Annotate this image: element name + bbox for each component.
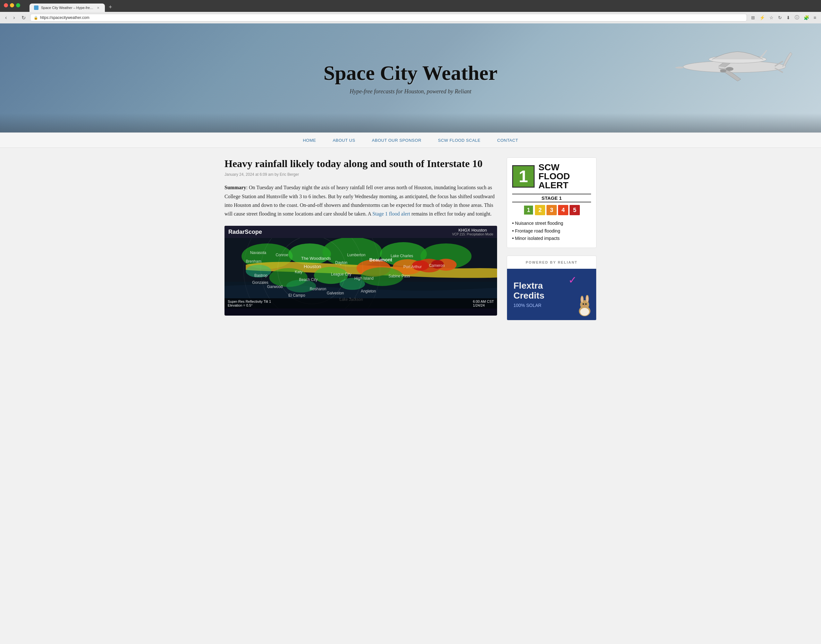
- new-tab-button[interactable]: +: [106, 3, 115, 12]
- tab-favicon-icon: [34, 5, 38, 10]
- airplane-illustration: [674, 43, 795, 81]
- address-bar[interactable]: 🔒 https://spacecityweather.com: [30, 14, 747, 21]
- browser-chrome: Space City Weather – Hype-fre… ✕ +: [0, 0, 821, 12]
- flood-stage-5-box: 5: [570, 205, 580, 215]
- info-icon[interactable]: ⓘ: [793, 14, 801, 21]
- toolbar-actions: ⊞ ⚡ ☆ ↻ ⬇ ⓘ 🧩 ≡: [749, 14, 818, 21]
- menu-icon[interactable]: ≡: [812, 14, 818, 21]
- minimize-button[interactable]: [10, 3, 14, 8]
- ad-subtitle: 100% SOLAR: [513, 303, 541, 308]
- radar-time: 6:00 AM CST: [473, 299, 494, 304]
- flood-alert-link[interactable]: Stage 1 flood alert: [372, 211, 410, 216]
- flood-alert-label: ALERT: [538, 181, 570, 190]
- svg-text:Gonzales: Gonzales: [252, 280, 268, 285]
- main-content: Heavy rainfall likely today along and so…: [218, 148, 603, 338]
- flood-stage-2-box: 2: [535, 205, 545, 215]
- bunny-illustration: [576, 295, 594, 317]
- flood-numbers-row: 1 2 3 4 5: [512, 205, 591, 215]
- tab-close-icon[interactable]: ✕: [96, 5, 100, 10]
- site-subtitle: Hype-free forecasts for Houston, powered…: [349, 88, 471, 95]
- radar-date: 1/24/24: [473, 304, 494, 307]
- svg-text:Galveston: Galveston: [327, 291, 344, 296]
- ad-title-line2: Credits: [513, 291, 544, 301]
- nav-about-us[interactable]: ABOUT US: [332, 138, 355, 143]
- radar-footer-right: 6:00 AM CST 1/24/24: [473, 299, 494, 307]
- flood-stage-4-box: 4: [558, 205, 568, 215]
- radarscope-brand: RadarScope: [228, 228, 262, 235]
- download-icon[interactable]: ⬇: [785, 14, 792, 21]
- svg-point-59: [580, 308, 589, 316]
- svg-text:Brenham: Brenham: [246, 259, 261, 264]
- svg-point-56: [583, 303, 584, 305]
- svg-point-3: [720, 69, 726, 72]
- flood-stage-3-box: 3: [547, 205, 557, 215]
- forward-button[interactable]: ›: [11, 14, 17, 21]
- svg-point-58: [584, 305, 585, 306]
- star-icon[interactable]: ☆: [768, 14, 775, 21]
- svg-text:Garwood: Garwood: [267, 285, 283, 289]
- article-body: Summary: On Tuesday and Tuesday night th…: [225, 183, 497, 218]
- flood-number-box: 1: [512, 165, 535, 188]
- maximize-button[interactable]: [16, 3, 20, 8]
- extensions-icon[interactable]: 🧩: [802, 14, 811, 21]
- flood-stage-header: 1 SCW FLOOD ALERT: [512, 163, 591, 190]
- svg-point-2: [726, 67, 734, 71]
- svg-text:Cameron: Cameron: [429, 263, 445, 268]
- powered-by-widget: POWERED BY RELIANT Flextra Credits ✓ 100…: [507, 256, 596, 320]
- grid-icon[interactable]: ⊞: [749, 14, 757, 21]
- window-controls: [4, 3, 20, 8]
- flood-alert-box: 1 SCW FLOOD ALERT STAGE 1 1 2 3 4 5: [507, 158, 596, 248]
- svg-text:Angleton: Angleton: [361, 289, 376, 293]
- svg-text:Port Arthur: Port Arthur: [403, 265, 422, 269]
- flood-bullet-1: Nuisance street flooding: [512, 220, 591, 227]
- active-tab[interactable]: Space City Weather – Hype-fre… ✕: [29, 3, 105, 12]
- browser-toolbar: ‹ › ↻ 🔒 https://spacecityweather.com ⊞ ⚡…: [0, 12, 821, 23]
- article-meta: January 24, 2024 at 6:09 am by Eric Berg…: [225, 172, 497, 177]
- flood-bullet-3: Minor isolated impacts: [512, 235, 591, 242]
- lock-icon: 🔒: [34, 16, 38, 20]
- radar-header: RadarScope KHGX Houston VCP 215: Precipi…: [225, 226, 497, 238]
- flood-label-block: SCW FLOOD ALERT: [538, 163, 570, 190]
- lightning-icon[interactable]: ⚡: [758, 14, 766, 21]
- nav-home[interactable]: HOME: [303, 138, 316, 143]
- site-navigation: HOME ABOUT US ABOUT OUR SPONSOR SCW FLOO…: [0, 132, 821, 148]
- browser-tabs: Space City Weather – Hype-fre… ✕ +: [4, 3, 817, 12]
- ad-title: Flextra Credits: [513, 281, 544, 301]
- svg-point-54: [581, 297, 583, 302]
- nav-about-sponsor[interactable]: ABOUT OUR SPONSOR: [372, 138, 421, 143]
- radar-mode: VCP 215: Precipitation Mode: [452, 233, 493, 236]
- flood-stage-number: 1: [519, 168, 528, 185]
- ad-title-line1: Flextra: [513, 281, 543, 291]
- flood-scw-label: SCW: [538, 163, 570, 172]
- svg-text:Rosharon: Rosharon: [310, 287, 326, 291]
- svg-text:The Woodlands: The Woodlands: [301, 256, 331, 261]
- svg-text:Houston: Houston: [304, 264, 321, 269]
- close-button[interactable]: [4, 3, 8, 8]
- svg-text:Katy: Katy: [295, 270, 302, 274]
- nav-contact[interactable]: CONTACT: [497, 138, 518, 143]
- reload-button[interactable]: ↻: [20, 14, 28, 21]
- summary-label: Summary: [225, 185, 246, 190]
- city-skyline-bg: [0, 113, 821, 132]
- svg-point-55: [586, 296, 588, 302]
- flood-stage-label: STAGE 1: [512, 194, 591, 202]
- svg-text:Beaumont: Beaumont: [369, 257, 392, 262]
- site-header: Space City Weather Hype-free forecasts f…: [0, 23, 821, 132]
- radar-footer-left: Super-Res Reflectivity Tilt 1 Elevation …: [228, 299, 271, 307]
- svg-text:Sabine Pass: Sabine Pass: [388, 274, 410, 278]
- radar-map: The Woodlands Dayton Beaumont Houston Po…: [225, 238, 497, 308]
- article-body-end: remains in effect for today and tonight.: [410, 211, 492, 216]
- svg-text:Lake Charles: Lake Charles: [391, 254, 413, 258]
- radar-product: Super-Res Reflectivity Tilt 1: [228, 299, 271, 304]
- article-title: Heavy rainfall likely today along and so…: [225, 158, 497, 170]
- svg-text:High Island: High Island: [354, 276, 374, 281]
- back-button[interactable]: ‹: [3, 14, 9, 21]
- reliant-ad-box[interactable]: Flextra Credits ✓ 100% SOLAR: [507, 269, 596, 320]
- checkmark-icon: ✓: [568, 274, 577, 286]
- flood-bullet-2: Frontage road flooding: [512, 227, 591, 235]
- svg-text:League City: League City: [331, 272, 351, 276]
- nav-flood-scale[interactable]: SCW FLOOD SCALE: [438, 138, 480, 143]
- flood-word-label: FLOOD: [538, 172, 570, 181]
- refresh-icon[interactable]: ↻: [777, 14, 783, 21]
- url-text: https://spacecityweather.com: [40, 15, 89, 20]
